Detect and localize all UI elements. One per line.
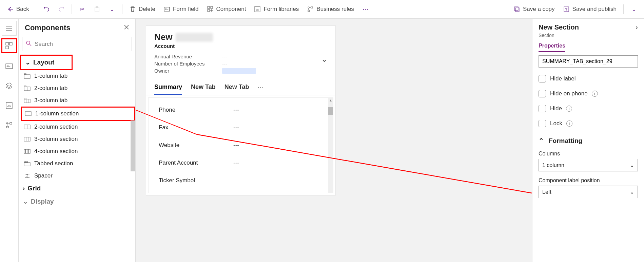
item-3-column-section[interactable]: 3-column section: [21, 133, 135, 145]
item-1-column-tab[interactable]: 1-column tab: [21, 70, 135, 82]
back-button[interactable]: Back: [3, 4, 33, 15]
save-publish-icon: [563, 6, 570, 13]
field-ticker-symbol[interactable]: Ticker Symbol: [152, 172, 330, 189]
save-more-button[interactable]: ⌄: [627, 4, 641, 15]
close-panel-button[interactable]: [124, 24, 129, 32]
meta-annual-revenue[interactable]: Annual Revenue ---: [154, 53, 321, 60]
rail-js-button[interactable]: JS: [2, 99, 16, 112]
save-copy-label: Save a copy: [523, 6, 555, 13]
form-libraries-button[interactable]: JS Form libraries: [251, 4, 302, 15]
form-field-button[interactable]: Abc Form field: [160, 4, 202, 15]
form-entity-label: Account: [154, 43, 327, 49]
info-icon[interactable]: i: [592, 91, 598, 97]
rail-tree-button[interactable]: [2, 118, 16, 132]
rail-fields-button[interactable]: Abc: [2, 59, 16, 73]
scroll-up-icon[interactable]: ▲: [329, 98, 332, 102]
save-publish-button[interactable]: Save and publish: [560, 4, 620, 15]
layout-items-list: 1-column tab 2-column tab 3-column tab 1…: [19, 70, 135, 182]
item-spacer[interactable]: Spacer: [21, 170, 135, 182]
business-rules-button[interactable]: Business rules: [304, 4, 357, 15]
display-group-header[interactable]: ⌄ Display: [19, 195, 135, 208]
separator: [122, 4, 122, 14]
tabs-more-button[interactable]: ⋯: [258, 83, 264, 95]
checkbox-icon[interactable]: [539, 75, 546, 82]
chevron-down-icon: ⌄: [23, 198, 28, 205]
section-scrollbar-thumb[interactable]: [328, 107, 333, 115]
form-section[interactable]: Phone --- Fax --- Website --- Parent Acc…: [148, 97, 333, 193]
svg-rect-45: [24, 163, 30, 166]
grid-group-header[interactable]: › Grid: [19, 182, 135, 195]
svg-rect-24: [6, 126, 8, 128]
chevron-down-icon: ⌄: [630, 162, 634, 168]
delete-button[interactable]: Delete: [126, 4, 159, 15]
svg-rect-27: [24, 74, 26, 75]
field-phone[interactable]: Phone ---: [152, 101, 330, 119]
toolbar: Back ✂ ⌄ Delete Abc Form field: [0, 0, 644, 19]
meta-owner[interactable]: Owner: [154, 67, 321, 75]
tab-summary[interactable]: Summary: [154, 83, 182, 95]
form-libraries-label: Form libraries: [264, 6, 299, 13]
tree-icon: [5, 121, 13, 129]
save-copy-button[interactable]: Save a copy: [510, 4, 558, 15]
item-4-column-section[interactable]: 4-column section: [21, 145, 135, 157]
search-box[interactable]: [22, 37, 132, 51]
redo-button[interactable]: [55, 4, 68, 15]
checkbox-icon[interactable]: [539, 105, 546, 112]
flow-icon: [307, 6, 314, 13]
header-collapse-chevron-icon[interactable]: ⌄: [321, 55, 327, 64]
label-position-select[interactable]: Left ⌄: [539, 186, 638, 198]
svg-text:Abc: Abc: [6, 65, 11, 68]
field-parent-account[interactable]: Parent Account ---: [152, 154, 330, 172]
tab-new-1[interactable]: New Tab: [191, 83, 216, 95]
props-title: New Section: [539, 23, 579, 31]
item-2-column-tab[interactable]: 2-column tab: [21, 82, 135, 94]
display-group-label: Display: [31, 198, 54, 205]
section-name-input[interactable]: [539, 55, 638, 68]
columns-select[interactable]: 1 column ⌄: [539, 159, 638, 171]
checkbox-hide-phone[interactable]: Hide on phone i: [539, 90, 638, 97]
info-icon[interactable]: i: [566, 120, 572, 127]
svg-point-25: [26, 41, 30, 44]
cut-button[interactable]: ✂: [75, 4, 89, 15]
section-1col-icon: [24, 111, 32, 117]
item-tabbed-section[interactable]: Tabbed section: [21, 157, 135, 170]
checkbox-lock[interactable]: Lock i: [539, 120, 638, 127]
svg-rect-6: [208, 10, 210, 12]
section-scrollbar[interactable]: ▲: [328, 98, 333, 193]
paste-more-button[interactable]: ⌄: [105, 4, 119, 15]
checkbox-hide[interactable]: Hide i: [539, 105, 638, 112]
props-tab-properties[interactable]: Properties: [539, 43, 565, 52]
rail-components-button[interactable]: [1, 38, 17, 53]
component-button[interactable]: Component: [203, 4, 250, 15]
props-breadcrumb: Section: [539, 33, 638, 38]
panel-scrollbar-thumb[interactable]: [131, 120, 135, 171]
item-2-column-section[interactable]: 2-column section: [21, 121, 135, 133]
tab-new-2[interactable]: New Tab: [225, 83, 249, 95]
search-icon: [26, 40, 32, 48]
checkbox-hide-label[interactable]: Hide label: [539, 75, 638, 82]
svg-rect-26: [24, 75, 30, 78]
svg-text:JS: JS: [256, 8, 259, 11]
props-expand-chevron-icon[interactable]: ›: [636, 23, 638, 31]
label-position-label: Component label position: [539, 177, 638, 184]
checkbox-icon[interactable]: [539, 120, 546, 127]
layout-group-header[interactable]: ⌄ Layout: [20, 55, 73, 70]
more-commands-button[interactable]: ⋯: [359, 4, 372, 15]
item-1-column-section[interactable]: 1-column section: [21, 107, 135, 121]
save-copy-icon: [513, 6, 520, 13]
close-icon: [124, 24, 129, 30]
undo-button[interactable]: [40, 4, 53, 15]
form-canvas[interactable]: New Account Annual Revenue --- Number of…: [146, 25, 336, 195]
components-panel: Components ⌄ Layout 1-column tab 2-colum…: [19, 19, 136, 262]
rail-layers-button[interactable]: [2, 79, 16, 93]
hamburger-button[interactable]: [2, 21, 17, 36]
meta-num-employees[interactable]: Number of Employees ---: [154, 60, 321, 67]
field-fax[interactable]: Fax ---: [152, 119, 330, 136]
formatting-section-header[interactable]: ⌃ Formatting: [539, 137, 638, 145]
item-3-column-tab[interactable]: 3-column tab: [21, 94, 135, 107]
search-input[interactable]: [35, 41, 128, 48]
checkbox-icon[interactable]: [539, 90, 546, 97]
field-website[interactable]: Website ---: [152, 136, 330, 154]
paste-button[interactable]: [90, 4, 104, 15]
info-icon[interactable]: i: [566, 106, 572, 112]
